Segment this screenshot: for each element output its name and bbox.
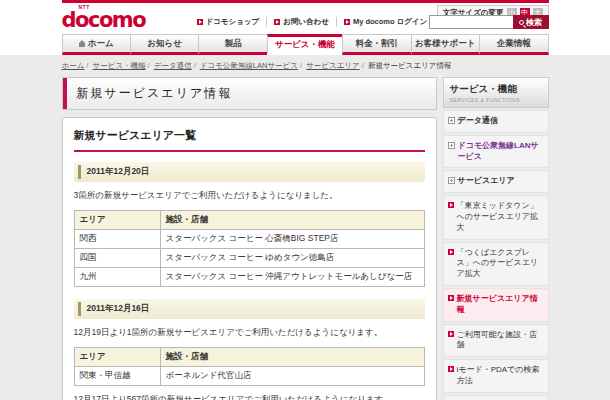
tab-news[interactable]: お知らせ <box>130 34 198 55</box>
table-row: 関西 スターバックス コーヒー 心斎橋BIG STEP店 <box>74 230 424 249</box>
tab-products[interactable]: 製品 <box>198 34 266 55</box>
sidebar-header: サービス・機能 SERVICES & FUNCTIONS <box>443 77 549 108</box>
tab-pricing[interactable]: 料金・割引 <box>342 34 410 55</box>
site-header: NTT docomo ドコモショップ お問い合わせ My docomo ログイン <box>0 0 610 55</box>
notice-text: 12月19日より1箇所の新規サービスエリアでご利用いただけるようになります。 <box>74 327 425 339</box>
plus-box-icon <box>448 142 455 149</box>
sidebar-subtitle: SERVICES & FUNCTIONS <box>450 97 542 103</box>
content-panel: 新規サービスエリア一覧 2011年12月20日 3箇所の新規サービスエリアでご利… <box>62 117 437 400</box>
plus-box-icon <box>448 117 455 124</box>
breadcrumb-current: 新規サービスエリア情報 <box>368 61 452 70</box>
utility-link-my-docomo-login[interactable]: My docomo ログイン <box>337 17 435 27</box>
sidebar: サービス・機能 SERVICES & FUNCTIONS データ通信 ドコモ公衆… <box>443 77 549 400</box>
notice-text: 3箇所の新規サービスエリアでご利用いただけるようになりました。 <box>74 190 425 202</box>
red-arrow-icon <box>448 295 454 301</box>
table-header-cell: エリア <box>74 348 160 367</box>
red-arrow-icon <box>448 331 454 337</box>
link-bullet-icon <box>197 19 203 25</box>
facility-cell: スターバックス コーヒー 心斎橋BIG STEP店 <box>160 230 424 249</box>
sidebar-item-outside-mzone[interactable]: Mzoneエリア以外(国内・海外)でも使える <box>443 395 549 400</box>
breadcrumb-separator: / <box>300 61 302 70</box>
sidebar-item-data-communication[interactable]: データ通信 <box>443 110 549 133</box>
breadcrumb-link-services[interactable]: サービス・機能 <box>93 61 146 70</box>
docomo-logo-text: docomo <box>62 8 146 32</box>
table-row: 四国 スターバックス コーヒー ゆめタウン徳島店 <box>74 249 424 268</box>
utility-link-contact[interactable]: お問い合わせ <box>267 17 337 27</box>
link-bullet-icon <box>274 19 280 25</box>
table-header-cell: 施設・店舗 <box>160 348 424 367</box>
main-content: 新規サービスエリア情報 新規サービスエリア一覧 2011年12月20日 3箇所の… <box>62 77 437 400</box>
table-row: 九州 スターバックス コーヒー 沖縄アウトレットモールあしびなー店 <box>74 268 424 287</box>
tab-services[interactable]: サービス・機能 <box>267 34 342 55</box>
sidebar-item-tokyo-midtown[interactable]: 「東京ミッドタウン」へのサービスエリア拡大 <box>443 195 549 239</box>
table-row: 関東・甲信越 ボーネルンド代官山店 <box>74 367 424 386</box>
table-header-row: エリア 施設・店舗 <box>74 211 424 230</box>
breadcrumb-link-service-area[interactable]: サービスエリア <box>306 61 360 70</box>
area-table: エリア 施設・店舗 関西 スターバックス コーヒー 心斎橋BIG STEP店 四… <box>74 210 425 287</box>
red-arrow-icon <box>448 202 454 208</box>
sidebar-item-wlan-service[interactable]: ドコモ公衆無線LANサービス <box>443 135 549 169</box>
area-table: エリア 施設・店舗 関東・甲信越 ボーネルンド代官山店 <box>74 347 425 386</box>
breadcrumb-link-data-communication[interactable]: データ通信 <box>154 61 192 70</box>
breadcrumb-separator: / <box>148 61 150 70</box>
sidebar-item-available-facilities[interactable]: ご利用可能な施設・店舗 <box>443 324 549 358</box>
facility-cell: スターバックス コーヒー 沖縄アウトレットモールあしびなー店 <box>160 268 424 287</box>
facility-cell: スターバックス コーヒー ゆめタウン徳島店 <box>160 249 424 268</box>
home-icon <box>79 43 85 47</box>
breadcrumb-separator: / <box>362 61 364 70</box>
area-cell: 関東・甲信越 <box>74 367 160 386</box>
area-cell: 四国 <box>74 249 160 268</box>
breadcrumb-link-wlan-service[interactable]: ドコモ公衆無線LANサービス <box>200 61 298 70</box>
ntt-docomo-logo[interactable]: NTT docomo <box>62 5 146 31</box>
area-cell: 関西 <box>74 230 160 249</box>
search-input[interactable] <box>429 15 513 29</box>
table-header-row: エリア 施設・店舗 <box>74 348 424 367</box>
tab-corporate[interactable]: 企業情報 <box>479 34 548 55</box>
breadcrumb-separator: / <box>86 61 88 70</box>
search-button[interactable]: 検索 <box>513 15 549 29</box>
breadcrumb-separator: / <box>194 61 196 70</box>
date-header: 2011年12月16日 <box>74 299 425 319</box>
search-icon <box>519 20 524 25</box>
utility-link-docomo-shop[interactable]: ドコモショップ <box>190 17 268 27</box>
table-header-cell: 施設・店舗 <box>160 211 424 230</box>
section-title: 新規サービスエリア一覧 <box>74 128 425 152</box>
tab-support[interactable]: お客様サポート <box>411 34 479 55</box>
area-cell: 九州 <box>74 268 160 287</box>
sidebar-title: サービス・機能 <box>450 83 542 96</box>
sidebar-item-imode-pda-search[interactable]: iモード・PDAでの検索方法 <box>443 359 549 393</box>
sidebar-item-new-service-area[interactable]: 新規サービスエリア情報 <box>443 288 549 322</box>
sidebar-item-tsukuba-express[interactable]: 「つくばエクスプレス」へのサービスエリア拡大 <box>443 242 549 286</box>
sidebar-item-service-area[interactable]: サービスエリア <box>443 170 549 193</box>
breadcrumb: ホーム/ サービス・機能/ データ通信/ ドコモ公衆無線LANサービス/ サービ… <box>62 61 549 71</box>
tab-home[interactable]: ホーム <box>62 34 130 55</box>
notice-text: 12月17日より567箇所の新規サービスエリアでご利用いただけるようになります。 <box>74 394 425 400</box>
table-header-cell: エリア <box>74 211 160 230</box>
search-bar: 検索 <box>429 15 549 29</box>
breadcrumb-link-home[interactable]: ホーム <box>62 61 85 70</box>
page-title: 新規サービスエリア情報 <box>62 77 437 110</box>
red-arrow-icon <box>448 366 454 372</box>
my-docomo-icon <box>344 19 350 25</box>
global-nav: ホーム お知らせ 製品 サービス・機能 料金・割引 お客様サポート 企業情報 <box>62 34 549 55</box>
plus-box-icon <box>448 177 455 184</box>
red-arrow-icon <box>448 249 454 255</box>
date-header: 2011年12月20日 <box>74 162 425 182</box>
facility-cell: ボーネルンド代官山店 <box>160 367 424 386</box>
